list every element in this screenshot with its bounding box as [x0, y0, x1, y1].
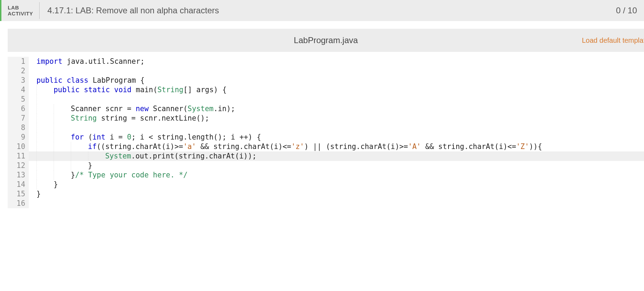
code-line[interactable]: } [29, 180, 644, 189]
code-line[interactable] [29, 199, 644, 208]
line-number: 8 [8, 123, 25, 133]
token-com: /* Type your code here. */ [75, 171, 187, 179]
token-kw: public [36, 76, 62, 84]
line-number: 11 [8, 151, 25, 161]
code-line[interactable] [29, 95, 644, 104]
code-line[interactable]: String string = scnr.nextLine(); [29, 114, 644, 123]
token-num: 0 [127, 133, 131, 141]
load-template-link[interactable]: Load default templat [582, 36, 644, 45]
code-editor[interactable]: 12345678910111213141516 import java.util… [8, 52, 644, 213]
code-line[interactable]: System.out.print(string.charAt(i)); [29, 151, 644, 161]
token-kw: class [67, 76, 88, 84]
token-pl: java.util.Scanner; [62, 57, 145, 66]
token-str: 'A' [408, 142, 421, 151]
token-ty: String [71, 114, 97, 122]
token-ty: String [157, 86, 183, 94]
token-str: 'Z' [516, 142, 529, 151]
token-pl: Scanner scnr = [71, 104, 136, 113]
token-str: 'a' [183, 142, 196, 151]
token-pl: } [54, 180, 58, 189]
line-number: 2 [8, 66, 25, 76]
token-pl: && string.charAt(i)<= [421, 142, 516, 151]
token-pl: } [36, 190, 41, 198]
token-kw: void [114, 86, 131, 94]
token-kw: if [88, 142, 97, 151]
token-kw: public [54, 86, 80, 94]
token-kw: import [36, 57, 62, 66]
line-number: 7 [8, 114, 25, 123]
lab-label-line1: LAB [8, 5, 33, 11]
token-kw: int [93, 133, 105, 141]
line-number: 3 [8, 76, 25, 85]
code-line[interactable] [29, 123, 644, 133]
token-pl: Scanner( [149, 104, 187, 113]
token-kw: for [71, 133, 84, 141]
file-name: LabProgram.java [8, 35, 644, 45]
code-line[interactable]: import java.util.Scanner; [29, 57, 644, 66]
line-number: 10 [8, 142, 25, 151]
token-pl: i = [105, 133, 127, 141]
token-pl: } [88, 161, 92, 170]
token-kw: static [84, 86, 110, 94]
lab-score: 0 / 10 [616, 0, 637, 21]
code-line[interactable]: public static void main(String[] args) { [29, 85, 644, 95]
token-pl: .out.print(string.charAt(i)); [131, 152, 256, 160]
code-line[interactable]: } [29, 161, 644, 170]
token-pl: } [71, 171, 75, 179]
token-pl: string = scnr.nextLine(); [97, 114, 209, 122]
line-number: 9 [8, 133, 25, 142]
token-pl: [] args) { [183, 86, 226, 94]
code-area[interactable]: import java.util.Scanner;public class La… [29, 57, 644, 208]
token-pl: )){ [529, 142, 542, 151]
line-number: 12 [8, 161, 25, 170]
code-line[interactable]: for (int i = 0; i < string.length(); i +… [29, 133, 644, 142]
line-number: 15 [8, 189, 25, 199]
lab-header: LAB ACTIVITY 4.17.1: LAB: Remove all non… [0, 0, 644, 21]
line-number: 6 [8, 104, 25, 114]
line-number: 14 [8, 180, 25, 189]
line-number: 16 [8, 199, 25, 208]
code-line[interactable]: if((string.charAt(i)>='a' && string.char… [29, 142, 644, 151]
line-number-gutter: 12345678910111213141516 [8, 57, 29, 208]
code-line[interactable] [29, 66, 644, 76]
token-pl: ; i < string.length(); i ++) { [131, 133, 261, 141]
token-pl [80, 86, 84, 94]
token-kw: new [136, 104, 149, 113]
token-pl: && string.charAt(i)<= [196, 142, 292, 151]
lab-label-line2: ACTIVITY [8, 11, 33, 16]
token-pl: ) || (string.charAt(i)>= [304, 142, 408, 151]
lab-activity-label: LAB ACTIVITY [1, 0, 39, 21]
code-line[interactable]: Scanner scnr = new Scanner(System.in); [29, 104, 644, 114]
editor-panel: LabProgram.java Load default templat 123… [8, 29, 644, 213]
lab-title: 4.17.1: LAB: Remove all non alpha charac… [40, 0, 616, 21]
token-str: 'z' [291, 142, 304, 151]
token-ty: System [187, 104, 213, 113]
token-pl [62, 76, 67, 84]
token-pl: LabProgram { [88, 76, 144, 84]
line-number: 5 [8, 95, 25, 104]
code-line[interactable]: public class LabProgram { [29, 76, 644, 85]
code-line[interactable]: }/* Type your code here. */ [29, 170, 644, 180]
line-number: 1 [8, 57, 25, 66]
token-pl: ( [84, 133, 93, 141]
file-header: LabProgram.java Load default templat [8, 29, 644, 52]
token-pl: .in); [213, 104, 235, 113]
token-pl: main( [131, 86, 157, 94]
code-line[interactable]: } [29, 189, 644, 199]
line-number: 4 [8, 85, 25, 95]
token-pl: ((string.charAt(i)>= [97, 142, 183, 151]
token-ty: System [105, 152, 131, 160]
token-pl [110, 86, 114, 94]
line-number: 13 [8, 170, 25, 180]
